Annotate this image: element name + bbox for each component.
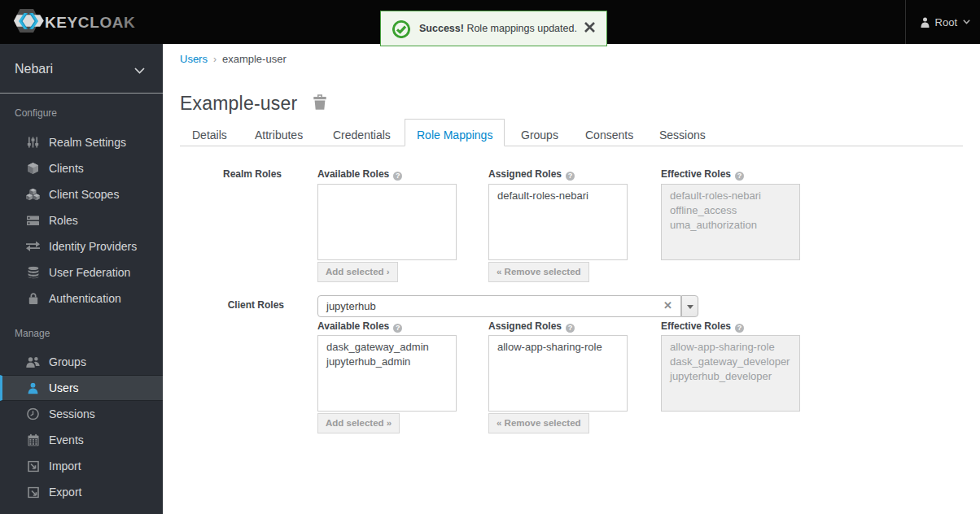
svg-text:KEYCLOAK: KEYCLOAK — [45, 14, 135, 31]
